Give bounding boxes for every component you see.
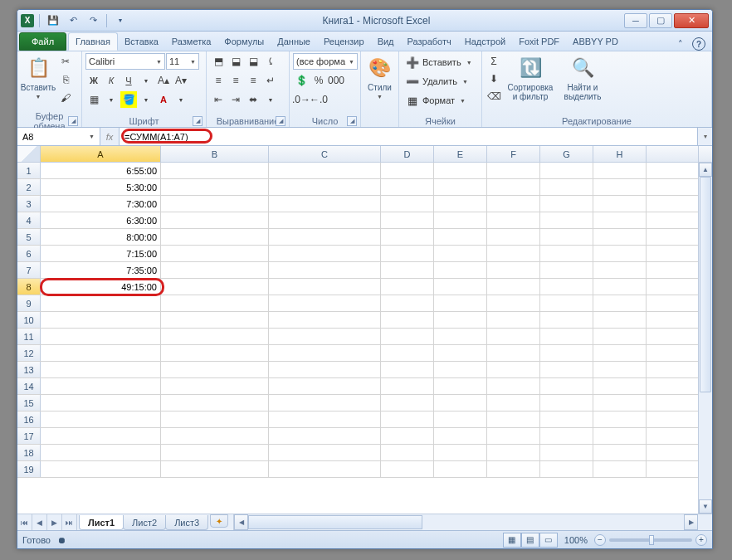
- number-format-combo[interactable]: (все форма▼: [293, 53, 358, 70]
- tab-abbyy pd[interactable]: ABBYY PD: [566, 32, 625, 51]
- namebox-dropdown-icon[interactable]: ▼: [89, 134, 95, 139]
- clear-icon[interactable]: ⌫: [486, 88, 502, 105]
- save-icon[interactable]: 💾: [45, 12, 61, 29]
- minimize-ribbon-icon[interactable]: ˄: [674, 37, 687, 51]
- file-tab[interactable]: Файл: [19, 32, 66, 51]
- format-painter-icon[interactable]: 🖌: [57, 90, 74, 106]
- cell-D15[interactable]: [381, 395, 434, 411]
- cell-D7[interactable]: [381, 262, 434, 278]
- cell-E6[interactable]: [434, 246, 487, 261]
- cell-D16[interactable]: [381, 411, 434, 427]
- cell-G19[interactable]: [540, 461, 593, 477]
- align-top-icon[interactable]: ⬒: [210, 53, 227, 70]
- cell-B17[interactable]: [161, 428, 269, 444]
- row-header[interactable]: 5: [17, 229, 41, 245]
- cell-D9[interactable]: [381, 295, 434, 311]
- cell-A7[interactable]: 7:35:00: [41, 262, 161, 278]
- cell-A9[interactable]: [41, 295, 161, 311]
- row-header[interactable]: 18: [17, 445, 41, 460]
- column-header-G[interactable]: G: [540, 146, 593, 162]
- dec-decimal-icon[interactable]: ←.0: [310, 91, 327, 108]
- font-name-combo[interactable]: Calibri▼: [85, 53, 165, 70]
- cell-F14[interactable]: [487, 378, 540, 394]
- tab-рецензир[interactable]: Рецензир: [317, 32, 371, 51]
- cell-C19[interactable]: [269, 461, 381, 477]
- cell-A17[interactable]: [41, 428, 161, 444]
- help-icon[interactable]: ?: [692, 37, 705, 51]
- cell-F5[interactable]: [487, 229, 540, 245]
- row-header[interactable]: 17: [17, 428, 41, 444]
- cell-A10[interactable]: [41, 312, 161, 328]
- cell-D2[interactable]: [381, 179, 434, 195]
- cell-H11[interactable]: [593, 329, 647, 344]
- cell-B8[interactable]: [161, 279, 269, 295]
- italic-button[interactable]: К: [103, 72, 120, 89]
- cell-G2[interactable]: [540, 179, 593, 195]
- column-header-E[interactable]: E: [434, 146, 487, 162]
- merge-icon[interactable]: ⬌: [245, 91, 261, 108]
- cell-G7[interactable]: [540, 262, 593, 278]
- row-header[interactable]: 7: [17, 262, 41, 278]
- cell-F17[interactable]: [487, 428, 540, 444]
- cell-H3[interactable]: [593, 196, 647, 212]
- page-break-icon[interactable]: ▭: [539, 533, 558, 548]
- fill-icon[interactable]: ⬇: [486, 71, 502, 87]
- cell-C6[interactable]: [269, 246, 381, 261]
- close-button[interactable]: ✕: [674, 13, 709, 28]
- paste-button[interactable]: 📋 Вставить ▼: [21, 53, 56, 101]
- underline-more-icon[interactable]: ▼: [138, 72, 154, 89]
- cell-E11[interactable]: [434, 329, 487, 344]
- align-middle-icon[interactable]: ⬓: [227, 53, 244, 70]
- sheet-next-icon[interactable]: ▶: [47, 514, 62, 530]
- cell-F3[interactable]: [487, 196, 540, 212]
- cell-D5[interactable]: [381, 229, 434, 245]
- cell-F9[interactable]: [487, 295, 540, 311]
- cell-C4[interactable]: [269, 212, 381, 228]
- zoom-in-icon[interactable]: +: [695, 534, 707, 546]
- cell-F13[interactable]: [487, 362, 540, 377]
- cell-C14[interactable]: [269, 378, 381, 394]
- cell-G14[interactable]: [540, 378, 593, 394]
- cell-B10[interactable]: [161, 312, 269, 328]
- horizontal-scrollbar[interactable]: ◀ ▶: [233, 514, 712, 530]
- cell-H14[interactable]: [593, 378, 647, 394]
- cell-C5[interactable]: [269, 229, 381, 245]
- cell-C16[interactable]: [269, 411, 381, 427]
- cell-F8[interactable]: [487, 279, 540, 295]
- cell-B7[interactable]: [161, 262, 269, 278]
- cell-H8[interactable]: [593, 279, 647, 295]
- cell-E8[interactable]: [434, 279, 487, 295]
- cell-G9[interactable]: [540, 295, 593, 311]
- row-header[interactable]: 9: [17, 295, 41, 311]
- cell-E17[interactable]: [434, 428, 487, 444]
- cell-B3[interactable]: [161, 196, 269, 212]
- cell-A14[interactable]: [41, 378, 161, 394]
- tab-надстрой[interactable]: Надстрой: [458, 32, 512, 51]
- page-layout-icon[interactable]: ▤: [521, 533, 539, 548]
- row-header[interactable]: 19: [17, 461, 41, 477]
- tab-данные[interactable]: Данные: [271, 32, 317, 51]
- cell-G4[interactable]: [540, 212, 593, 228]
- row-header[interactable]: 8: [17, 279, 41, 295]
- cell-F12[interactable]: [487, 345, 540, 361]
- cell-C3[interactable]: [269, 196, 381, 212]
- cell-B12[interactable]: [161, 345, 269, 361]
- fontcolor-more-icon[interactable]: ▼: [173, 91, 189, 108]
- font-color-icon[interactable]: A: [155, 91, 172, 108]
- borders-more-icon[interactable]: ▼: [103, 91, 120, 108]
- column-header-H[interactable]: H: [593, 146, 647, 162]
- row-header[interactable]: 14: [17, 378, 41, 394]
- cell-B5[interactable]: [161, 229, 269, 245]
- cell-H16[interactable]: [593, 411, 647, 427]
- cell-D12[interactable]: [381, 345, 434, 361]
- zoom-thumb[interactable]: [649, 535, 654, 545]
- cell-E9[interactable]: [434, 295, 487, 311]
- insert-cells-button[interactable]: ➕Вставить▼: [403, 53, 478, 71]
- cell-F7[interactable]: [487, 262, 540, 278]
- cell-G8[interactable]: [540, 279, 593, 295]
- cell-D4[interactable]: [381, 212, 434, 228]
- cell-A6[interactable]: 7:15:00: [41, 246, 161, 261]
- cell-G12[interactable]: [540, 345, 593, 361]
- cell-C1[interactable]: [269, 163, 381, 178]
- cell-D13[interactable]: [381, 362, 434, 377]
